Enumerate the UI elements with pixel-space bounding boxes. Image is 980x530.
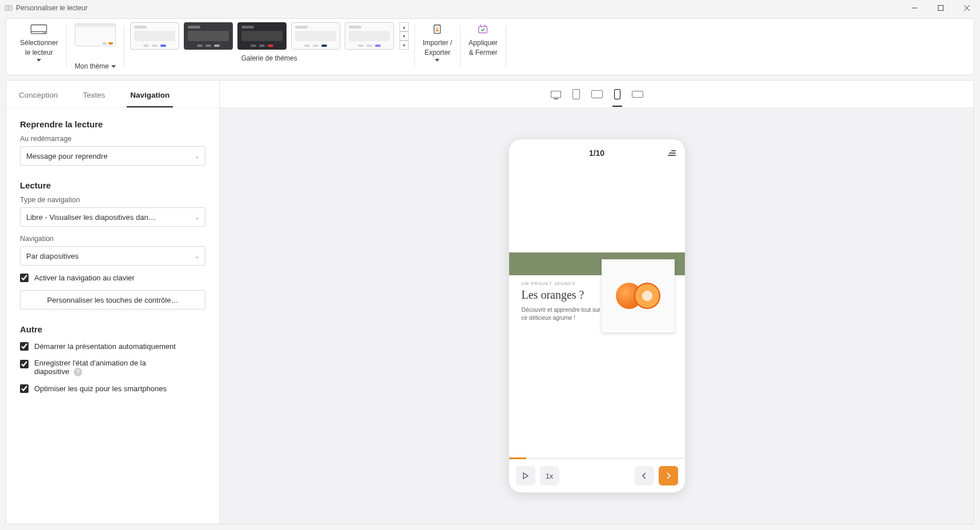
import-export-label: Importer / Exporter [423, 38, 452, 58]
player-icon [29, 23, 49, 36]
optimize-quiz-checkbox[interactable]: Optimiser les quiz pour les smartphones [20, 384, 205, 393]
my-theme-thumbnail [75, 23, 116, 46]
svg-point-8 [43, 33, 45, 34]
phone-preview: 1/10 UN PROJET JEUNES [509, 139, 685, 493]
outline-menu-icon[interactable] [668, 150, 676, 156]
minimize-button[interactable] [901, 0, 927, 16]
play-button[interactable] [516, 466, 535, 485]
gallery-expand[interactable]: ▾ [400, 41, 409, 50]
apply-close-button[interactable]: Appliquer & Fermer [469, 23, 498, 58]
on-restart-value: Message pour reprendre [26, 152, 107, 160]
keyboard-nav-checkbox[interactable]: Activer la navigation au clavier [20, 274, 205, 282]
slide-image [602, 259, 675, 332]
svg-rect-3 [938, 6, 943, 11]
chevron-left-icon [641, 472, 648, 479]
save-anim-checkbox[interactable]: Enregistrer l'état d'animation de la dia… [20, 359, 205, 376]
my-theme-button[interactable]: Mon thème [67, 22, 124, 71]
help-icon[interactable]: ? [74, 368, 82, 376]
slide-title: Les oranges ? [522, 288, 602, 302]
navigation-value: Par diapositives [26, 252, 79, 260]
save-anim-label: Enregistrer l'état d'animation de la dia… [34, 359, 146, 376]
device-phone-portrait[interactable] [614, 89, 620, 99]
gallery-caption: Galerie de thèmes [241, 54, 297, 62]
nav-type-select[interactable]: Libre - Visualiser les diapositives dans… [20, 207, 205, 227]
svg-point-9 [45, 33, 46, 34]
svg-rect-0 [5, 6, 12, 10]
tab-textes[interactable]: Textes [70, 91, 118, 107]
auto-start-input[interactable] [20, 342, 29, 351]
nav-type-value: Libre - Visualiser les diapositives dans… [26, 213, 158, 222]
slide-kicker: UN PROJET JEUNES [522, 281, 602, 286]
slide-desc: Découvrir et apprendre tout sur ce délic… [522, 306, 602, 322]
tab-conception[interactable]: Conception [6, 91, 70, 107]
app-icon [5, 4, 13, 12]
chevron-right-icon [665, 472, 672, 479]
theme-gallery-item[interactable] [184, 22, 233, 50]
play-icon [522, 472, 529, 479]
tab-navigation[interactable]: Navigation [118, 91, 182, 107]
window-title: Personnaliser le lecteur [16, 4, 87, 12]
apply-close-icon [473, 23, 493, 36]
theme-gallery-item[interactable] [291, 22, 340, 50]
apply-close-label: Appliquer & Fermer [469, 38, 498, 58]
resume-heading: Reprendre la lecture [20, 119, 205, 129]
keyboard-nav-label: Activer la navigation au clavier [34, 274, 135, 282]
svg-point-1 [7, 7, 10, 9]
chevron-down-icon: ⌄ [195, 153, 199, 159]
device-phone-landscape[interactable] [632, 91, 643, 98]
optimize-quiz-label: Optimiser les quiz pour les smartphones [34, 384, 167, 393]
chevron-down-icon: ⌄ [195, 253, 199, 259]
next-button[interactable] [659, 466, 678, 485]
other-heading: Autre [20, 324, 205, 334]
chevron-down-icon: ⌄ [195, 214, 199, 220]
speed-button[interactable]: 1x [540, 466, 559, 485]
chevron-down-icon [435, 59, 439, 62]
close-button[interactable] [954, 0, 980, 16]
optimize-quiz-input[interactable] [20, 384, 29, 393]
navigation-select[interactable]: Par diapositives ⌄ [20, 246, 205, 266]
prev-button[interactable] [635, 466, 654, 485]
on-restart-label: Au redémarrage [20, 135, 205, 143]
gallery-scroll-up[interactable]: ▴ [400, 22, 409, 31]
chevron-down-icon [111, 65, 116, 68]
save-anim-input[interactable] [20, 360, 29, 368]
device-tablet-portrait[interactable] [572, 89, 580, 99]
device-tablet-landscape[interactable] [591, 90, 603, 98]
nav-type-label: Type de navigation [20, 196, 205, 204]
keyboard-nav-input[interactable] [20, 274, 29, 282]
auto-start-checkbox[interactable]: Démarrer la présentation automatiquement [20, 342, 205, 351]
select-player-label: Sélectionner le lecteur [20, 38, 58, 58]
navigation-label: Navigation [20, 235, 205, 243]
maximize-button[interactable] [927, 0, 954, 16]
on-restart-select[interactable]: Message pour reprendre ⌄ [20, 146, 205, 166]
playback-heading: Lecture [20, 180, 205, 190]
slide-counter: 1/10 [589, 148, 604, 158]
import-export-button[interactable]: Importer / Exporter [423, 23, 452, 62]
my-theme-label: Mon thème [75, 62, 109, 70]
gallery-scroll-down[interactable]: ▾ [400, 31, 409, 41]
svg-rect-6 [31, 25, 47, 34]
import-export-icon [428, 23, 447, 36]
device-desktop[interactable] [551, 91, 561, 98]
customize-keys-button[interactable]: Personnaliser les touches de contrôle… [20, 290, 205, 310]
theme-gallery-item[interactable] [237, 22, 287, 50]
theme-gallery-item[interactable] [130, 22, 179, 50]
chevron-down-icon [37, 59, 41, 62]
theme-gallery-item[interactable] [345, 22, 394, 50]
auto-start-label: Démarrer la présentation automatiquement [34, 342, 176, 351]
select-player-button[interactable]: Sélectionner le lecteur [20, 23, 58, 62]
progress-bar[interactable] [509, 457, 685, 459]
